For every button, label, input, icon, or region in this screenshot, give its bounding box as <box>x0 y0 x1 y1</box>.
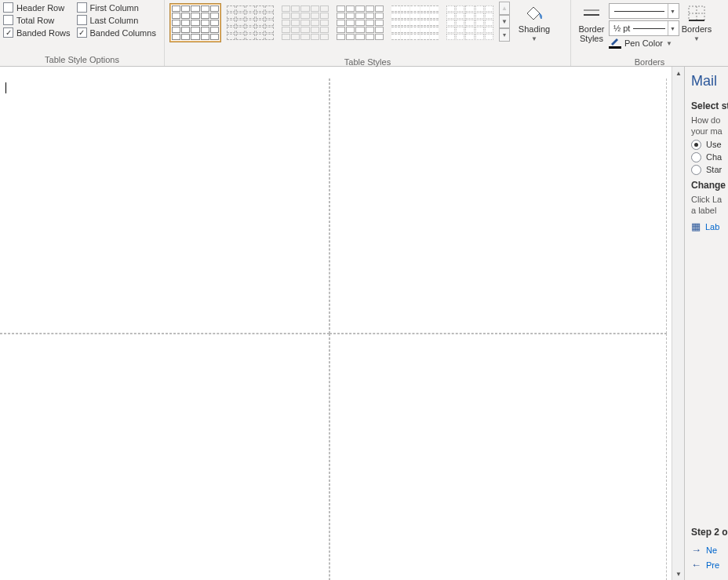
check-icon <box>3 2 13 13</box>
group-borders: Border Styles ▼ ½ pt ▼ <box>571 0 728 66</box>
gallery-scroll-down-button[interactable]: ▼ <box>499 15 510 28</box>
pane-text: your ma <box>691 126 728 137</box>
radio-label: Cha <box>706 152 722 162</box>
chevron-down-icon: ▼ <box>531 35 537 42</box>
label-cell[interactable] <box>329 334 667 580</box>
table-style-gallery[interactable] <box>168 2 497 44</box>
checkbox-label: Banded Columns <box>90 28 156 38</box>
checkbox-label: Last Column <box>90 16 139 25</box>
shading-button[interactable]: Shading ▼ <box>515 2 554 57</box>
pane-title: Mail <box>691 73 728 89</box>
checkbox-label: Header Row <box>16 3 64 13</box>
ribbon: Header Row Total Row ✓ Banded Rows <box>0 0 728 67</box>
label-icon: ▦ <box>691 221 701 232</box>
checkbox-last-column[interactable]: Last Column <box>77 15 139 25</box>
pane-heading: Select st <box>691 100 728 111</box>
line-sample-icon <box>633 28 665 29</box>
button-label: Border Styles <box>578 24 604 43</box>
group-table-styles: ▲ ▼ ▾ Shading ▼ Table Styles <box>165 0 571 66</box>
radio-icon <box>691 152 701 162</box>
radio-use-current[interactable]: Use <box>691 140 728 150</box>
chevron-down-icon: ▼ <box>693 35 700 42</box>
radio-icon <box>691 140 701 150</box>
gallery-more-button[interactable]: ▾ <box>499 28 510 42</box>
chevron-down-icon: ▼ <box>668 4 677 18</box>
checkbox-label: Total Row <box>16 16 54 25</box>
arrow-left-icon: ← <box>691 559 701 571</box>
checkbox-banded-rows[interactable]: ✓ Banded Rows <box>3 27 71 38</box>
table-style-thumb[interactable] <box>444 3 496 42</box>
pane-text: a label <box>691 205 728 216</box>
table-style-thumb[interactable] <box>279 3 331 42</box>
link-label: Ne <box>706 545 717 555</box>
arrow-right-icon: → <box>691 544 701 556</box>
chevron-down-icon: ▼ <box>668 21 677 35</box>
label-options-link[interactable]: ▦ Lab <box>691 221 728 232</box>
next-step-link[interactable]: → Ne <box>691 544 728 556</box>
line-sample-icon <box>614 11 664 12</box>
label-cell[interactable] <box>0 78 329 334</box>
line-style-combo[interactable]: ▼ <box>609 3 679 19</box>
radio-start-from[interactable]: Star <box>691 165 728 175</box>
mail-merge-pane: Mail Select st How do your ma Use Cha St… <box>684 67 728 580</box>
vertical-scrollbar[interactable]: ▲ ▼ <box>672 67 684 580</box>
gallery-scroll-up-button[interactable]: ▲ <box>499 2 510 15</box>
document-canvas[interactable] <box>0 67 681 580</box>
pane-text: How do <box>691 115 728 126</box>
button-label: Shading <box>519 24 550 34</box>
label-grid <box>0 67 681 580</box>
border-styles-icon <box>580 3 603 24</box>
pen-color-icon <box>609 38 621 49</box>
check-icon <box>3 15 13 25</box>
checkbox-label: Banded Rows <box>16 28 71 38</box>
scroll-down-button[interactable]: ▼ <box>672 567 685 580</box>
border-styles-button[interactable]: Border Styles <box>574 2 609 57</box>
paint-bucket-icon <box>522 3 546 24</box>
link-label: Pre <box>706 560 719 570</box>
table-style-thumb[interactable] <box>334 3 386 42</box>
pane-heading: Change d <box>691 180 728 191</box>
label-cell[interactable] <box>0 334 329 580</box>
prev-step-link[interactable]: ← Pre <box>691 559 728 571</box>
checkbox-total-row[interactable]: Total Row <box>3 15 54 25</box>
line-weight-value: ½ pt <box>613 24 630 33</box>
table-style-thumb[interactable] <box>169 3 221 42</box>
checkbox-first-column[interactable]: First Column <box>77 2 139 13</box>
link-label: Lab <box>705 222 719 232</box>
checkbox-label: First Column <box>90 3 139 13</box>
label-cell[interactable] <box>329 78 667 334</box>
group-label: Borders <box>574 57 725 67</box>
borders-button[interactable]: Borders ▼ <box>679 2 714 57</box>
step-heading: Step 2 o <box>691 527 728 538</box>
text-cursor <box>5 82 6 93</box>
button-label: Pen Color <box>624 38 663 48</box>
scroll-up-button[interactable]: ▲ <box>672 67 685 79</box>
radio-label: Star <box>706 165 722 174</box>
chevron-down-icon: ▼ <box>666 40 672 47</box>
check-icon: ✓ <box>3 27 13 38</box>
checkbox-banded-columns[interactable]: ✓ Banded Columns <box>77 27 156 38</box>
line-weight-combo[interactable]: ½ pt ▼ <box>609 20 679 36</box>
radio-change-layout[interactable]: Cha <box>691 152 728 162</box>
check-icon: ✓ <box>77 27 87 38</box>
radio-icon <box>691 165 701 175</box>
table-style-thumb[interactable] <box>224 3 276 42</box>
check-icon <box>77 2 87 13</box>
group-table-style-options: Header Row Total Row ✓ Banded Rows <box>0 0 165 66</box>
pen-color-button[interactable]: Pen Color ▼ <box>609 38 679 49</box>
check-icon <box>77 15 87 25</box>
button-label: Borders <box>682 24 712 34</box>
borders-icon <box>685 3 708 24</box>
checkbox-header-row[interactable]: Header Row <box>3 2 64 13</box>
radio-label: Use <box>706 140 722 149</box>
group-label: Table Styles <box>168 57 567 67</box>
pane-text: Click La <box>691 194 728 205</box>
group-label: Table Style Options <box>3 54 161 65</box>
table-style-thumb[interactable] <box>389 3 441 42</box>
